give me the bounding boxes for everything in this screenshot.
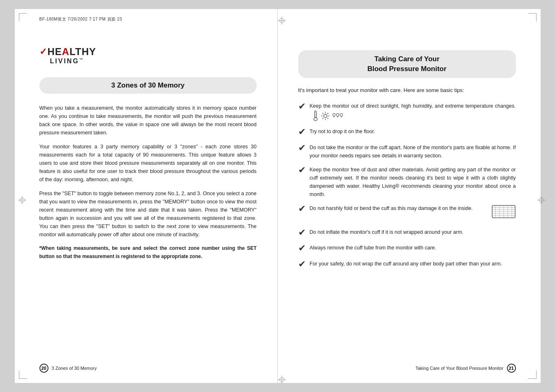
- sun-icon: [320, 111, 330, 121]
- left-page: BF-180M英文 7/26/2002 7:17 PM 頁面 23 ✓ HEAL…: [15, 9, 278, 383]
- tip-2-text: Try not to drop it on the floor.: [310, 127, 516, 136]
- tip-1-icons: [312, 110, 343, 122]
- right-page: Taking Care of Your Blood Pressure Monit…: [278, 9, 541, 383]
- tip-5-check: ✔: [298, 203, 306, 214]
- tip-3: ✔ Do not take the monitor or the cuff ap…: [298, 143, 516, 160]
- right-section-title: Taking Care of Your Blood Pressure Monit…: [311, 54, 504, 74]
- paragraph-2: Your monitor features a 3 party memory c…: [39, 143, 257, 184]
- left-footer-label: 3 Zones of 30 Memory: [52, 366, 97, 371]
- tip-7-check: ✔: [298, 243, 306, 254]
- svg-line-7: [322, 113, 323, 114]
- svg-rect-0: [315, 111, 316, 118]
- left-section-title-box: 3 Zones of 30 Memory: [39, 77, 257, 94]
- right-page-number: 21: [507, 364, 516, 373]
- tip-7: ✔ Always remove the cuff tube from the m…: [298, 244, 516, 254]
- svg-point-2: [324, 114, 327, 118]
- tip-7-text: Always remove the cuff tube from the mon…: [310, 244, 516, 252]
- note-text: *When taking measurements, be sure and s…: [39, 244, 257, 260]
- right-footer-right: Taking Care of Your Blood Pressure Monit…: [415, 364, 516, 373]
- right-page-footer: Taking Care of Your Blood Pressure Monit…: [278, 364, 541, 373]
- tip-8-check: ✔: [298, 259, 306, 270]
- svg-point-1: [314, 118, 317, 121]
- right-footer-label: Taking Care of Your Blood Pressure Monit…: [415, 366, 503, 371]
- tip-5: ✔ Do not harshly fold or bend the cuff a…: [298, 204, 516, 222]
- svg-line-8: [327, 118, 328, 119]
- logo-living-text: LIVING™: [50, 58, 257, 65]
- cuff-svg: [491, 203, 516, 220]
- right-intro: It's important to treat your monitor wit…: [298, 86, 516, 95]
- tip-8-text: For your safety, do not wrap the cuff ar…: [310, 260, 516, 268]
- right-section-title-box: Taking Care of Your Blood Pressure Monit…: [298, 50, 516, 78]
- tip-6-text: Do not inflate the monitor's cuff if it …: [310, 228, 516, 236]
- tip-1: ✔ Keep the monitor out of direct sunligh…: [298, 102, 516, 122]
- left-page-footer: 20 3 Zones of 30 Memory: [15, 364, 277, 373]
- logo-healthy-text: HEALTHY: [48, 46, 97, 58]
- left-footer-left: 20 3 Zones of 30 Memory: [39, 364, 97, 373]
- tip-4: ✔ Keep the monitor free of dust and othe…: [298, 166, 516, 198]
- tip-1-text: Keep the monitor out of direct sunlight,…: [310, 102, 516, 122]
- water-drops-icon: [332, 111, 343, 120]
- paragraph-3: Press the "SET" button to toggle between…: [39, 189, 257, 239]
- svg-line-9: [327, 113, 328, 114]
- tip-2: ✔ Try not to drop it on the floor.: [298, 127, 516, 137]
- tip-1-check: ✔: [298, 101, 306, 112]
- tip-3-text: Do not take the monitor or the cuff apar…: [310, 143, 516, 160]
- tip-8: ✔ For your safety, do not wrap the cuff …: [298, 260, 516, 270]
- tip-4-text: Keep the monitor free of dust and other …: [310, 166, 516, 198]
- logo: ✓ HEALTHY LIVING™: [39, 46, 257, 65]
- tip-5-text: Do not harshly fold or bend the cuff as …: [310, 204, 516, 222]
- cuff-fold-icon: [491, 203, 516, 222]
- tip-6-check: ✔: [298, 227, 306, 238]
- thermometer-icon: [312, 110, 319, 122]
- tip-6: ✔ Do not inflate the monitor's cuff if i…: [298, 228, 516, 238]
- page-header-meta: BF-180M英文 7/26/2002 7:17 PM 頁面 23: [39, 16, 122, 22]
- tip-4-check: ✔: [298, 165, 306, 175]
- left-page-number: 20: [39, 364, 48, 373]
- svg-line-10: [322, 118, 323, 119]
- tip-3-check: ✔: [298, 143, 306, 153]
- paragraph-1: When you take a measurement, the monitor…: [39, 104, 257, 137]
- header-text: BF-180M英文 7/26/2002 7:17 PM 頁面 23: [39, 17, 122, 21]
- logo-check: ✓: [39, 46, 47, 57]
- page-spread: BF-180M英文 7/26/2002 7:17 PM 頁面 23 ✓ HEAL…: [15, 9, 541, 383]
- left-section-title: 3 Zones of 30 Memory: [52, 81, 244, 90]
- tip-2-check: ✔: [298, 127, 306, 137]
